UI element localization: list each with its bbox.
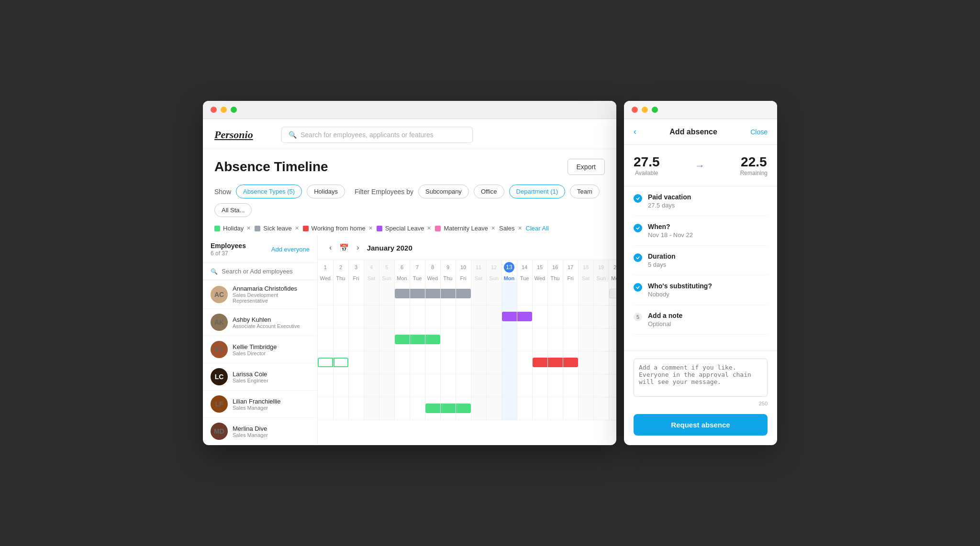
cal-cell: [410, 328, 425, 351]
page-header: Absence Timeline Export: [203, 149, 616, 181]
cal-cell: [440, 282, 456, 305]
maternity-remove[interactable]: ✕: [491, 225, 495, 231]
when-check: [634, 224, 642, 232]
cal-cell: [318, 374, 333, 397]
cal-cell: [547, 351, 563, 374]
cal-cell: [578, 328, 593, 351]
employee-info: Kellie Timbridge Sales Director: [233, 343, 277, 356]
all-statuses-button[interactable]: All Sta...: [214, 203, 252, 217]
list-item[interactable]: AK Ashby Kuhlen Associate Account Execut…: [203, 309, 317, 336]
panel-back-button[interactable]: ‹: [634, 127, 636, 137]
list-item[interactable]: MD Merlina Dive Sales Manager: [203, 418, 317, 444]
cal-cell: [593, 374, 609, 397]
cal-cell: [425, 305, 440, 328]
clear-all-button[interactable]: Clear All: [526, 225, 549, 232]
subcompany-button[interactable]: Subcompany: [418, 185, 469, 198]
cal-cell: [333, 328, 348, 351]
cal-day-th: Mon: [609, 273, 616, 282]
tag-special-leave: Special Leave ✕: [377, 225, 432, 232]
panel-min-traffic[interactable]: [642, 107, 648, 113]
cal-day-th: Thu: [333, 273, 348, 282]
minimize-traffic-light[interactable]: [221, 107, 227, 113]
cal-cell: [471, 397, 486, 420]
add-everyone-button[interactable]: Add everyone: [271, 246, 310, 253]
balance-arrow: →: [695, 160, 705, 171]
list-item[interactable]: LF Lilian Franchiellie Sales Manager: [203, 391, 317, 418]
field-when[interactable]: When? Nov 18 - Nov 22: [634, 216, 768, 246]
cal-cell: [609, 374, 616, 397]
tag-maternity: Maternity Leave ✕: [435, 225, 495, 232]
office-button[interactable]: Office: [474, 185, 504, 198]
department-button[interactable]: Department (1): [509, 185, 565, 198]
search-icon: 🔍: [289, 131, 297, 139]
side-panel: ‹ Add absence Close 27.5 Available → 22.…: [624, 101, 777, 445]
team-button[interactable]: Team: [570, 185, 600, 198]
cal-cell: [394, 351, 410, 374]
balance-remaining: 22.5 Remaining: [740, 154, 768, 176]
special-leave-remove[interactable]: ✕: [427, 225, 431, 231]
cal-cell: [379, 374, 394, 397]
employee-name: Lilian Franchiellie: [233, 398, 280, 405]
cal-cell: [425, 374, 440, 397]
sick-leave-remove[interactable]: ✕: [295, 225, 299, 231]
calendar-icon[interactable]: 📅: [339, 243, 349, 252]
panel-max-traffic[interactable]: [652, 107, 658, 113]
cal-day-th: Sun: [593, 273, 609, 282]
holidays-button[interactable]: Holidays: [307, 185, 345, 198]
cal-cell: [440, 351, 456, 374]
cal-cell: [563, 351, 578, 374]
cal-day-th: Sun: [379, 273, 394, 282]
cal-cell: [563, 328, 578, 351]
panel-close-button[interactable]: Close: [750, 128, 768, 136]
cal-cell: [333, 305, 348, 328]
calendar-area: ‹ 📅 › January 2020 1 2 3: [318, 236, 616, 444]
cal-cell: [578, 351, 593, 374]
holiday-remove[interactable]: ✕: [246, 225, 251, 231]
cal-day-th-today: Mon: [501, 273, 517, 282]
export-button[interactable]: Export: [568, 159, 605, 175]
cal-th: 14: [517, 260, 532, 273]
calendar-header-nums: 1 2 3 4 5 6 7 8 9 10: [318, 260, 616, 273]
list-item[interactable]: LC Larissa Cole Sales Engineer: [203, 363, 317, 391]
avatar: KT: [211, 341, 228, 358]
list-item[interactable]: AC Annamaria Christofides Sales Developm…: [203, 280, 317, 309]
note-textarea[interactable]: [634, 359, 768, 397]
cal-cell: [486, 305, 501, 328]
close-traffic-light[interactable]: [211, 107, 217, 113]
remaining-label: Remaining: [740, 170, 768, 176]
cal-cell: [410, 351, 425, 374]
next-month-button[interactable]: ›: [353, 241, 363, 254]
cal-cell: [532, 397, 547, 420]
remaining-value: 22.5: [740, 154, 768, 170]
note-optional: Optional: [648, 320, 682, 328]
tag-sales: Sales ✕: [499, 225, 522, 232]
panel-close-traffic[interactable]: [632, 107, 638, 113]
cal-th: 9: [440, 260, 456, 273]
when-label: When?: [648, 223, 693, 230]
wfh-remove[interactable]: ✕: [368, 225, 373, 231]
employee-search-input[interactable]: [222, 268, 310, 275]
cal-cell: [609, 397, 616, 420]
sales-remove[interactable]: ✕: [518, 225, 522, 231]
prev-month-button[interactable]: ‹: [325, 241, 335, 254]
avatar: MD: [211, 423, 228, 440]
cal-cell: [348, 328, 364, 351]
cal-cell: [364, 282, 379, 305]
cal-day-th: Thu: [440, 273, 456, 282]
employee-search[interactable]: 🔍: [203, 263, 317, 280]
employee-role: Sales Manager: [233, 405, 280, 411]
maximize-traffic-light[interactable]: [231, 107, 237, 113]
employees-title: Employees: [211, 242, 246, 250]
request-absence-button[interactable]: Request absence: [634, 414, 768, 436]
cal-cell: [517, 305, 532, 328]
absence-types-button[interactable]: Absence Types (5): [236, 185, 302, 198]
cal-th: 7: [410, 260, 425, 273]
cal-cell: [609, 328, 616, 351]
search-bar[interactable]: 🔍 Search for employees, applicants or fe…: [281, 127, 473, 143]
cal-th: 16: [547, 260, 563, 273]
list-item[interactable]: KT Kellie Timbridge Sales Director: [203, 336, 317, 363]
field-substituting[interactable]: Who's substituting? Nobody: [634, 275, 768, 305]
field-duration[interactable]: Duration 5 days: [634, 246, 768, 275]
cal-cell: [456, 282, 471, 305]
cal-cell: [425, 351, 440, 374]
